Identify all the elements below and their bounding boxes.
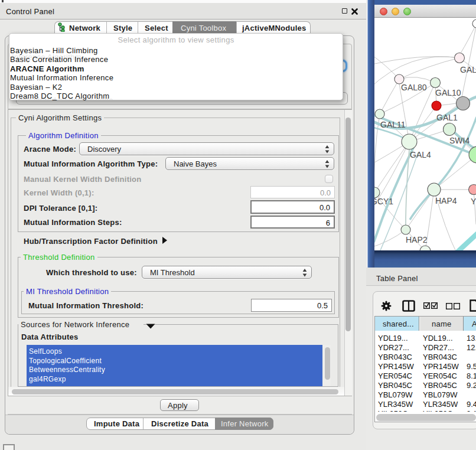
svg-text:Y: Y xyxy=(471,197,476,206)
svg-text:GAL11: GAL11 xyxy=(380,120,406,129)
svg-text:GAL2: GAL2 xyxy=(460,65,476,74)
svg-text:GAL1: GAL1 xyxy=(436,113,458,122)
svg-text:HAP2: HAP2 xyxy=(406,235,428,244)
svg-text:GCY1: GCY1 xyxy=(374,197,393,206)
svg-text:GAL80: GAL80 xyxy=(401,83,427,92)
svg-text:SWI4: SWI4 xyxy=(449,136,470,145)
svg-text:GAL10: GAL10 xyxy=(435,88,461,97)
svg-text:HAP4: HAP4 xyxy=(435,196,457,206)
svg-text:GAL4: GAL4 xyxy=(410,150,431,159)
